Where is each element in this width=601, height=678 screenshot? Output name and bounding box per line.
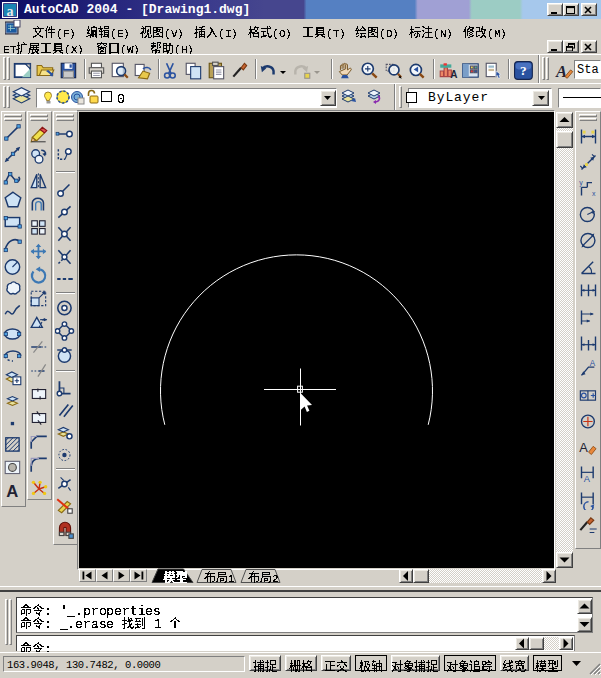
svg-text:x: x: [592, 189, 596, 196]
svg-text:A: A: [584, 473, 591, 483]
svg-text:?: ?: [520, 64, 527, 79]
svg-text:y: y: [579, 179, 583, 187]
svg-text:A: A: [579, 440, 588, 455]
svg-text:A: A: [450, 69, 457, 80]
svg-text:a: a: [7, 4, 14, 19]
svg-text:A: A: [590, 359, 596, 368]
svg-text:A: A: [6, 481, 18, 499]
